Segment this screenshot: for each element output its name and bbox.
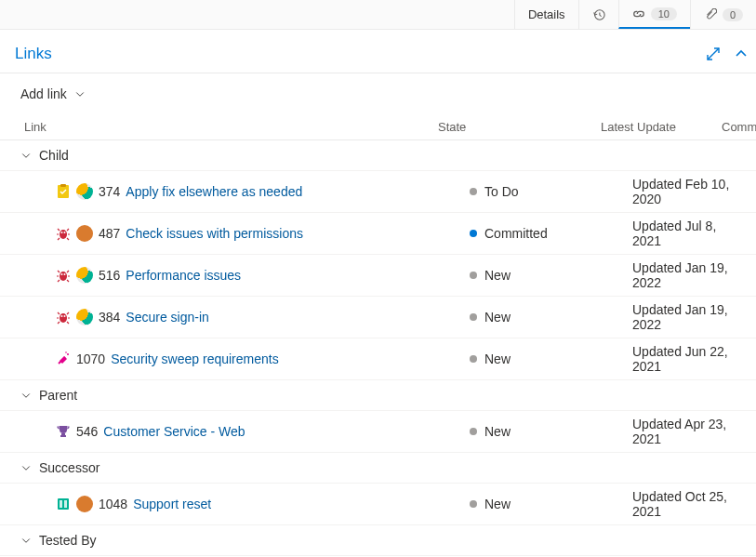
attachments-count: 0: [723, 8, 743, 21]
chevron-down-icon: [20, 535, 32, 546]
link-row: 516 Performance issuesNewUpdated Jan 19,…: [0, 255, 756, 297]
updated-label: Updated Jan 19, 2022: [632, 260, 747, 290]
state-label: New: [484, 497, 511, 511]
bug-icon: [56, 268, 71, 283]
avatar: [76, 267, 93, 284]
group-label: Tested By: [39, 533, 96, 548]
work-item-title[interactable]: Performance issues: [126, 268, 241, 283]
updated-label: Updated Feb 10, 2020: [632, 177, 747, 206]
group-row[interactable]: Successor: [0, 453, 756, 484]
state-label: To Do: [484, 184, 519, 199]
state-label: New: [484, 268, 511, 283]
chevron-down-icon: [74, 88, 86, 99]
add-link-button[interactable]: Add link: [0, 73, 86, 114]
updated-label: Updated Jul 8, 2021: [632, 219, 747, 248]
links-count: 10: [651, 7, 677, 20]
work-item-title[interactable]: Secure sign-in: [126, 310, 209, 325]
state-dot: [470, 313, 477, 321]
bug-icon: [56, 310, 71, 325]
state-dot: [470, 428, 477, 435]
avatar: [76, 309, 93, 325]
group-row[interactable]: Parent: [0, 380, 756, 411]
state-dot: [470, 188, 477, 195]
group-label: Child: [39, 148, 69, 163]
attachment-icon: [704, 8, 717, 21]
avatar: [76, 183, 93, 200]
work-item-title[interactable]: Check issues with permissions: [126, 226, 303, 241]
chevron-down-icon: [20, 390, 32, 401]
book-icon: [56, 497, 71, 511]
avatar: [76, 496, 93, 512]
tab-links[interactable]: 10: [618, 0, 690, 29]
link-row: 1070 Security sweep requirementsNewUpdat…: [0, 338, 756, 380]
expand-icon[interactable]: [706, 46, 721, 61]
tab-details-label: Details: [528, 7, 565, 21]
group-row[interactable]: Child: [0, 140, 756, 171]
updated-label: Updated Jun 22, 2021: [632, 344, 747, 374]
work-item-id: 546: [76, 424, 98, 439]
chevron-down-icon: [20, 150, 32, 161]
group-row[interactable]: Tested By: [0, 525, 756, 556]
page-title: Links: [15, 45, 52, 63]
col-state: State: [438, 120, 601, 134]
work-item-id: 1070: [76, 351, 105, 366]
link-icon: [632, 7, 645, 20]
trophy-icon: [56, 424, 71, 439]
work-item-id: 374: [99, 184, 120, 199]
state-label: New: [484, 351, 511, 366]
state-dot: [470, 272, 477, 279]
updated-label: Updated Oct 25, 2021: [632, 489, 747, 519]
work-item-id: 1048: [99, 497, 127, 511]
chevron-down-icon: [20, 462, 32, 473]
col-link: Link: [24, 120, 438, 134]
collapse-icon[interactable]: [734, 46, 749, 61]
tabs-bar: Details 10 0: [0, 0, 756, 30]
updated-label: Updated Jan 19, 2022: [632, 302, 747, 332]
work-item-title[interactable]: Apply fix elsewhere as needed: [126, 184, 302, 199]
state-dot: [470, 500, 477, 508]
link-row: 384 Secure sign-inNewUpdated Jan 19, 202…: [0, 297, 756, 338]
section-header: Links: [0, 30, 756, 73]
state-label: New: [484, 310, 511, 325]
link-row: 487 Check issues with permissionsCommitt…: [0, 213, 756, 255]
broom-icon: [56, 351, 71, 366]
group-label: Successor: [39, 460, 99, 475]
link-row: 374 Apply fix elsewhere as neededTo DoUp…: [0, 171, 756, 213]
avatar: [76, 225, 93, 242]
work-item-title[interactable]: Customer Service - Web: [103, 424, 245, 439]
link-row: 546 Customer Service - WebNewUpdated Apr…: [0, 411, 756, 453]
add-link-label: Add link: [20, 86, 67, 101]
state-dot: [470, 230, 477, 237]
updated-label: Updated Apr 23, 2021: [632, 417, 747, 446]
state-dot: [470, 355, 477, 363]
tab-history[interactable]: [578, 0, 618, 29]
tab-details[interactable]: Details: [514, 0, 578, 29]
col-updated: Latest Update: [601, 120, 722, 134]
work-item-id: 384: [99, 310, 120, 325]
state-label: Committed: [484, 226, 548, 241]
col-comments: Comments: [722, 120, 756, 134]
tab-attachments[interactable]: 0: [690, 0, 756, 29]
bug-icon: [56, 226, 71, 241]
task-icon: [56, 184, 71, 199]
state-label: New: [484, 424, 511, 439]
link-row: 1048 Support resetNewUpdated Oct 25, 202…: [0, 484, 756, 525]
column-headers: Link State Latest Update Comments: [0, 114, 756, 140]
group-label: Parent: [39, 388, 77, 403]
work-item-title[interactable]: Support reset: [133, 497, 211, 511]
work-item-title[interactable]: Security sweep requirements: [111, 351, 279, 366]
history-icon: [592, 8, 605, 21]
work-item-id: 487: [99, 226, 120, 241]
work-item-id: 516: [99, 268, 120, 283]
